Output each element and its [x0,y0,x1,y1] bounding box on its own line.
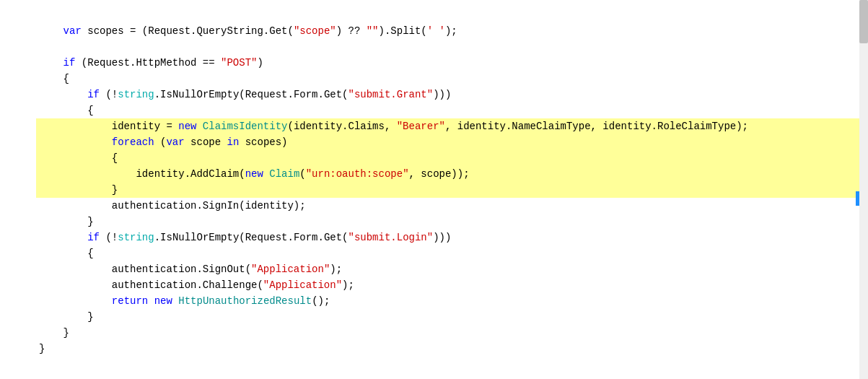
line-content: } [36,214,868,230]
code-line: if (!string.IsNullOrEmpty(Request.Form.G… [0,87,868,103]
code-line: authentication.SignOut("Application"); [0,261,868,277]
line-content: return new HttpUnauthorizedResult(); [36,293,868,309]
code-line: { [0,103,868,118]
code-line-highlighted: identity = new ClaimsIdentity(identity.C… [0,118,868,134]
scrollbar-thumb[interactable] [859,0,868,43]
code-line-highlighted: } [0,182,868,198]
line-content: } [36,341,868,357]
line-content: if (!string.IsNullOrEmpty(Request.Form.G… [36,230,868,245]
scrollbar[interactable] [859,0,868,379]
code-line-highlighted: foreach (var scope in scopes) [0,134,868,150]
line-content: identity.AddClaim(new Claim("urn:oauth:s… [36,166,868,182]
code-line-highlighted: { [0,150,868,166]
code-line: if (!string.IsNullOrEmpty(Request.Form.G… [0,230,868,245]
line-content: foreach (var scope in scopes) [36,134,868,150]
line-content: { [36,71,868,87]
code-line-highlighted: identity.AddClaim(new Claim("urn:oauth:s… [0,166,868,182]
code-line [0,39,868,55]
line-content [36,39,868,55]
code-line: } [0,214,868,230]
line-content: { [36,245,868,261]
line-content: } [36,325,868,341]
code-line: } [0,325,868,341]
line-content: authentication.SignOut("Application"); [36,261,868,277]
code-line [0,7,868,23]
line-content: identity = new ClaimsIdentity(identity.C… [36,118,868,134]
line-content: if (!string.IsNullOrEmpty(Request.Form.G… [36,87,868,103]
line-content: authentication.Challenge("Application"); [36,277,868,293]
line-content: { [36,103,868,118]
code-line: { [0,71,868,87]
code-line: return new HttpUnauthorizedResult(); [0,293,868,309]
line-content: var scopes = (Request.QueryString.Get("s… [36,23,868,39]
line-content: authentication.SignIn(identity); [36,198,868,214]
line-content: if (Request.HttpMethod == "POST") [36,55,868,71]
code-line: var scopes = (Request.QueryString.Get("s… [0,23,868,39]
code-line: authentication.SignIn(identity); [0,198,868,214]
code-line: } [0,341,868,357]
code-line: if (Request.HttpMethod == "POST") [0,55,868,71]
code-line: { [0,245,868,261]
line-content: } [36,309,868,325]
code-area: var scopes = (Request.QueryString.Get("s… [0,0,868,364]
line-content: } [36,182,868,198]
code-editor: var scopes = (Request.QueryString.Get("s… [0,0,868,379]
code-line: authentication.Challenge("Application"); [0,277,868,293]
code-line: } [0,309,868,325]
line-content: { [36,150,868,166]
